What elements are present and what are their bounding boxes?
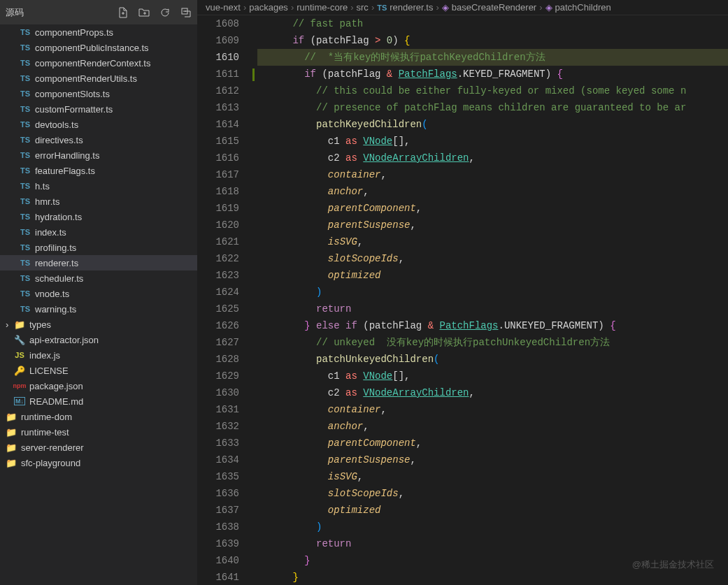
code-line[interactable]: slotScopeIds, — [257, 250, 728, 267]
ts-icon: TS — [20, 197, 31, 205]
file-item-scheduler-ts[interactable]: TSscheduler.ts — [0, 270, 197, 286]
file-item-h-ts[interactable]: TSh.ts — [0, 178, 197, 194]
file-tree[interactable]: TScomponentProps.tsTScomponentPublicInst… — [0, 24, 197, 585]
file-item-componentRenderContext-ts[interactable]: TScomponentRenderContext.ts — [0, 55, 197, 71]
code-editor[interactable]: // fast path if (patchFlag > 0) { // *当有… — [257, 15, 728, 585]
code-line[interactable]: optimized — [257, 267, 728, 284]
code-line[interactable]: container, — [257, 166, 728, 183]
file-item-renderer-ts[interactable]: TSrenderer.ts — [0, 255, 197, 270]
file-item-index-ts[interactable]: TSindex.ts — [0, 224, 197, 240]
line-number: 1611 — [197, 66, 239, 82]
line-number: 1627 — [197, 334, 239, 351]
code-line[interactable]: parentSuspense, — [257, 452, 728, 468]
md-icon: M↓ — [14, 397, 25, 405]
file-item-hydration-ts[interactable]: TShydration.ts — [0, 209, 197, 224]
code-line[interactable]: anchor, — [257, 183, 728, 200]
file-item-runtime-test[interactable]: 📁runtime-test — [0, 424, 197, 440]
line-number: 1639 — [197, 535, 239, 552]
folder-icon: 📁 — [6, 412, 17, 422]
code-line[interactable]: c1 as VNode[], — [257, 368, 728, 384]
breadcrumb-item-packages[interactable]: packages — [249, 2, 288, 13]
code-line[interactable]: if (patchFlag > 0) { — [257, 32, 728, 49]
file-item-featureFlags-ts[interactable]: TSfeatureFlags.ts — [0, 163, 197, 178]
breadcrumb-item-src[interactable]: src — [357, 2, 369, 13]
collapse-all-icon[interactable] — [180, 7, 192, 18]
code-line[interactable]: } — [257, 569, 728, 585]
file-item-componentProps-ts[interactable]: TScomponentProps.ts — [0, 24, 197, 40]
code-line[interactable]: isSVG, — [257, 468, 728, 485]
code-line[interactable]: anchor, — [257, 418, 728, 435]
license-icon: 🔑 — [14, 366, 25, 376]
code-line[interactable]: } else if (patchFlag & PatchFlags.UNKEYE… — [257, 317, 728, 334]
code-line[interactable]: ) — [257, 519, 728, 535]
code-line[interactable]: // *当有key的时候执行patchKeyedChildren方法 — [257, 49, 728, 66]
code-line[interactable]: patchUnkeyedChildren( — [257, 351, 728, 368]
code-line[interactable]: parentComponent, — [257, 200, 728, 217]
line-number: 1635 — [197, 468, 239, 485]
breadcrumb-item-vue-next[interactable]: vue-next — [206, 2, 241, 13]
new-folder-icon[interactable] — [138, 7, 150, 18]
code-line[interactable]: // fast path — [257, 15, 728, 32]
file-item-profiling-ts[interactable]: TSprofiling.ts — [0, 240, 197, 255]
code-line[interactable]: // presence of patchFlag means children … — [257, 99, 728, 116]
new-file-icon[interactable] — [117, 7, 129, 18]
file-item-index-js[interactable]: JSindex.js — [0, 347, 197, 363]
file-item-server-renderer[interactable]: 📁server-renderer — [0, 440, 197, 455]
file-label: LICENSE — [29, 366, 69, 376]
code-line[interactable]: c1 as VNode[], — [257, 133, 728, 150]
code-line[interactable]: parentSuspense, — [257, 217, 728, 233]
ts-icon: TS — [20, 151, 31, 159]
breadcrumb-item-renderer.ts[interactable]: TSrenderer.ts — [377, 2, 433, 13]
file-item-hmr-ts[interactable]: TShmr.ts — [0, 194, 197, 209]
code-line[interactable]: return — [257, 535, 728, 552]
code-line[interactable]: ) — [257, 284, 728, 301]
file-item-componentPublicInstance-ts[interactable]: TScomponentPublicInstance.ts — [0, 40, 197, 55]
file-item-README-md[interactable]: M↓README.md — [0, 393, 197, 409]
ts-icon: TS — [20, 243, 31, 252]
file-item-types[interactable]: ›📁types — [0, 317, 197, 332]
code-line[interactable]: // unkeyed 没有key的时候执行patchUnkeyedChildre… — [257, 334, 728, 351]
file-item-LICENSE[interactable]: 🔑LICENSE — [0, 363, 197, 378]
file-item-warning-ts[interactable]: TSwarning.ts — [0, 301, 197, 317]
breadcrumb[interactable]: vue-next›packages›runtime-core›src›TSren… — [197, 0, 728, 15]
file-item-runtime-dom[interactable]: 📁runtime-dom — [0, 409, 197, 424]
ts-icon: TS — [20, 212, 31, 221]
code-line[interactable]: patchKeyedChildren( — [257, 116, 728, 133]
ts-icon: TS — [20, 89, 31, 98]
file-item-devtools-ts[interactable]: TSdevtools.ts — [0, 117, 197, 132]
line-number: 1640 — [197, 552, 239, 569]
line-number: 1619 — [197, 200, 239, 217]
line-number-gutter: 1608160916101611161216131614161516161617… — [197, 15, 257, 585]
file-item-sfc-playground[interactable]: 📁sfc-playground — [0, 455, 197, 470]
breadcrumb-item-baseCreateRenderer[interactable]: ◈baseCreateRenderer — [442, 2, 536, 13]
code-line[interactable]: if (patchFlag & PatchFlags.KEYED_FRAGMEN… — [257, 66, 728, 82]
line-number: 1629 — [197, 368, 239, 384]
code-line[interactable]: parentComponent, — [257, 435, 728, 452]
code-line[interactable]: c2 as VNodeArrayChildren, — [257, 384, 728, 401]
file-item-componentSlots-ts[interactable]: TScomponentSlots.ts — [0, 86, 197, 101]
file-item-package-json[interactable]: npmpackage.json — [0, 378, 197, 393]
file-item-directives-ts[interactable]: TSdirectives.ts — [0, 132, 197, 147]
line-number: 1622 — [197, 250, 239, 267]
code-line[interactable]: optimized — [257, 502, 728, 519]
line-number: 1625 — [197, 301, 239, 317]
line-number: 1633 — [197, 435, 239, 452]
file-item-componentRenderUtils-ts[interactable]: TScomponentRenderUtils.ts — [0, 71, 197, 86]
file-item-api-extractor-json[interactable]: 🔧api-extractor.json — [0, 332, 197, 347]
code-line[interactable]: return — [257, 301, 728, 317]
code-line[interactable]: container, — [257, 401, 728, 418]
line-number: 1637 — [197, 502, 239, 519]
breadcrumb-item-runtime-core[interactable]: runtime-core — [297, 2, 348, 13]
code-line[interactable]: // this could be either fully-keyed or m… — [257, 82, 728, 99]
code-line[interactable]: isSVG, — [257, 233, 728, 250]
code-line[interactable]: slotScopeIds, — [257, 485, 728, 502]
refresh-icon[interactable] — [159, 7, 171, 18]
breadcrumb-item-patchChildren[interactable]: ◈patchChildren — [545, 2, 611, 13]
file-item-errorHandling-ts[interactable]: TSerrorHandling.ts — [0, 147, 197, 163]
file-item-customFormatter-ts[interactable]: TScustomFormatter.ts — [0, 101, 197, 117]
file-label: package.json — [29, 381, 83, 391]
code-line[interactable]: c2 as VNodeArrayChildren, — [257, 150, 728, 166]
line-number: 1609 — [197, 32, 239, 49]
ts-icon: TS — [20, 136, 31, 144]
file-item-vnode-ts[interactable]: TSvnode.ts — [0, 286, 197, 301]
